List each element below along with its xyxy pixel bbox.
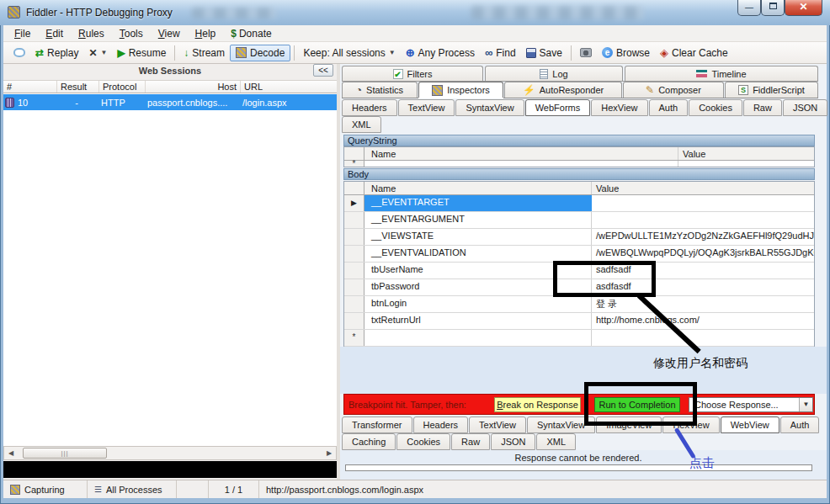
menu-view[interactable]: View — [151, 26, 188, 41]
menu-rules[interactable]: Rules — [71, 26, 112, 41]
menu-file[interactable]: File — [7, 26, 38, 41]
any-process-button[interactable]: ⊕Any Process — [401, 45, 480, 61]
clear-cache-button[interactable]: ◈Clear Cache — [655, 45, 733, 61]
toolbar: ⇄Replay ✕▼ ▶Resume ↓Stream Decode Keep: … — [3, 42, 827, 64]
column-name[interactable]: Name — [364, 147, 678, 160]
tab-timeline[interactable]: Timeline — [625, 66, 818, 81]
session-url: /login.aspx — [239, 98, 337, 108]
tab-xml-response[interactable]: XML — [536, 433, 576, 450]
table-row[interactable]: __EVENTARGUMENT — [344, 212, 814, 229]
minimize-button[interactable]: — — [737, 0, 761, 16]
tab-inspectors[interactable]: Inspectors — [418, 82, 503, 98]
tab-filters[interactable]: ✔Filters — [342, 66, 483, 81]
maximize-button[interactable] — [761, 0, 785, 16]
scroll-right-arrow[interactable]: ▶ — [322, 449, 336, 457]
menu-tools[interactable]: Tools — [112, 26, 151, 41]
find-button[interactable]: ∞Find — [480, 45, 521, 61]
tab-hexview[interactable]: HexView — [591, 99, 647, 116]
browse-button[interactable]: eBrowse — [597, 45, 655, 61]
tab-cookies[interactable]: Cookies — [689, 99, 742, 116]
collapse-panel-button[interactable]: << — [313, 64, 333, 77]
table-row[interactable]: __VIEWSTATE /wEPDwULLTE1MzYzODg2NzZkGAEF… — [344, 229, 814, 246]
scroll-left-arrow[interactable]: ◀ — [4, 449, 18, 457]
row-gutter — [344, 296, 364, 312]
tab-auth[interactable]: Auth — [649, 99, 689, 116]
replay-button[interactable]: ⇄Replay — [30, 45, 83, 61]
tab-fiddlerscript[interactable]: SFiddlerScript — [725, 82, 818, 98]
run-to-completion-button[interactable]: Run to Completion — [594, 397, 680, 412]
save-button[interactable]: Save — [521, 45, 567, 61]
quickexec-input[interactable] — [3, 461, 337, 478]
tab-caching[interactable]: Caching — [342, 433, 396, 450]
replay-icon: ⇄ — [35, 48, 44, 58]
menu-donate[interactable]: $Donate — [223, 26, 279, 41]
chevron-down-icon: ▼ — [100, 49, 107, 56]
tab-syntaxview[interactable]: SyntaxView — [455, 99, 524, 116]
tab-raw-response[interactable]: Raw — [451, 433, 490, 450]
column-value[interactable]: Value — [678, 147, 814, 160]
scrollbar-thumb[interactable]: ||| — [23, 448, 107, 459]
column-header-protocol[interactable]: Protocol — [99, 81, 146, 93]
tab-webview[interactable]: WebView — [721, 416, 779, 433]
statistics-icon: ◔ — [356, 85, 362, 95]
tab-statistics[interactable]: ◔Statistics — [342, 82, 418, 98]
status-bar: Capturing ☰All Processes 1 / 1 http://pa… — [3, 480, 827, 498]
tab-hexview-response[interactable]: HexView — [662, 416, 719, 433]
table-row[interactable]: __EVENTVALIDATION /wEWBQLWwpqPDQLyj/OQAg… — [344, 246, 814, 263]
row-gutter — [344, 279, 364, 295]
tab-headers-response[interactable]: Headers — [413, 416, 469, 433]
any-process-target-icon: ⊕ — [406, 47, 415, 58]
column-value[interactable]: Value — [592, 182, 814, 194]
tab-syntaxview-response[interactable]: SyntaxView — [527, 416, 595, 433]
column-name[interactable]: Name — [364, 182, 592, 194]
keep-sessions-dropdown[interactable]: Keep: All sessions▼ — [298, 45, 400, 61]
tab-autoresponder[interactable]: ⚡AutoResponder — [504, 82, 622, 98]
breakpoint-message: Breakpoint hit. Tamper, then: — [348, 400, 466, 410]
tab-textview[interactable]: TextView — [398, 99, 455, 116]
body-table: Name Value ▶ __EVENTTARGET __EVENTARGUME… — [343, 181, 815, 347]
column-header-url[interactable]: URL — [241, 81, 337, 93]
tab-log[interactable]: Log — [485, 66, 623, 81]
tab-raw[interactable]: Raw — [743, 99, 782, 116]
table-row[interactable]: btnLogin 登 录 — [344, 296, 814, 313]
row-gutter — [344, 263, 364, 279]
tab-textview-response[interactable]: TextView — [469, 416, 526, 433]
column-header-host[interactable]: Host — [146, 81, 241, 93]
tab-xml[interactable]: XML — [342, 116, 381, 133]
process-filter-toggle[interactable]: ☰All Processes — [88, 480, 177, 498]
tab-webforms[interactable]: WebForms — [525, 99, 591, 116]
remove-button[interactable]: ✕▼ — [83, 46, 112, 60]
stream-button[interactable]: ↓Stream — [178, 45, 230, 61]
tab-transformer[interactable]: Transformer — [342, 416, 412, 433]
horizontal-scrollbar[interactable]: ◀ ||| ▶ — [3, 446, 337, 460]
resume-icon: ▶ — [117, 48, 125, 58]
screenshot-button[interactable] — [575, 46, 597, 59]
table-row[interactable]: tbUserName sadfsadf — [344, 263, 814, 279]
table-row[interactable]: tbPassword asdfasdf — [344, 279, 814, 296]
menu-edit[interactable]: Edit — [38, 26, 71, 41]
tab-headers[interactable]: Headers — [342, 99, 397, 116]
tab-composer[interactable]: ✎Composer — [623, 82, 724, 98]
session-result: - — [56, 98, 98, 108]
tab-auth-response[interactable]: Auth — [780, 416, 820, 433]
tab-imageview[interactable]: ImageView — [596, 416, 662, 433]
capturing-toggle[interactable]: Capturing — [3, 480, 88, 498]
close-button[interactable]: ✕ — [785, 0, 822, 16]
resume-button[interactable]: ▶Resume — [112, 45, 171, 61]
comment-button[interactable] — [8, 46, 30, 59]
break-on-response-button[interactable]: Break on Response — [494, 397, 581, 412]
title-bar[interactable]: Fiddler - HTTP Debugging Proxy — ✕ — [0, 0, 830, 25]
querystring-empty-row[interactable]: * — [344, 161, 814, 167]
tab-json[interactable]: JSON — [783, 99, 827, 116]
session-row[interactable]: 10 - HTTP passport.cnblogs.... /login.as… — [3, 94, 337, 110]
column-header-result[interactable]: Result — [57, 81, 99, 93]
tab-json-response[interactable]: JSON — [491, 433, 535, 450]
table-row[interactable]: ▶ __EVENTTARGET — [344, 195, 814, 212]
table-row[interactable]: txtReturnUrl http://home.cnblogs.com/ — [344, 313, 814, 330]
menu-help[interactable]: Help — [188, 26, 224, 41]
decode-toggle-button[interactable]: Decode — [230, 45, 290, 61]
new-table-row[interactable]: * — [344, 330, 814, 347]
column-header-num[interactable]: # — [3, 81, 57, 93]
choose-response-dropdown[interactable]: Choose Response...▼ — [689, 397, 813, 412]
tab-cookies-response[interactable]: Cookies — [396, 433, 450, 450]
